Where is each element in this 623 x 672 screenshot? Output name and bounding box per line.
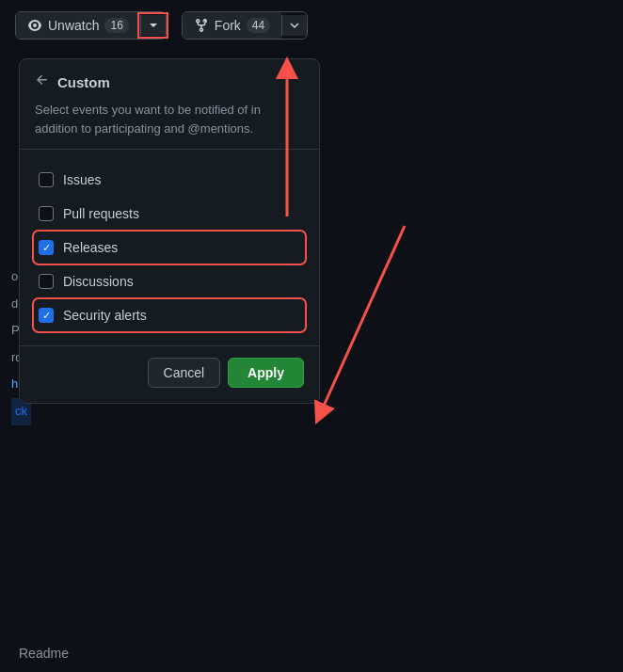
checkbox-security-alerts[interactable]: ✓ Security alerts [35,300,304,330]
readme-label: Readme [19,646,69,661]
unwatch-group: Unwatch 16 [15,11,167,40]
svg-line-1 [320,226,405,414]
panel-header: Custom [20,59,319,101]
panel-description: Select events you want to be notified of… [20,101,319,149]
checkbox-list: Issues Pull requests ✓ Releases Discussi… [20,161,319,334]
checkbox-pull-requests-input[interactable] [39,206,54,221]
chevron-down-icon [149,21,158,30]
checkbox-discussions[interactable]: Discussions [35,266,304,296]
panel-title: Custom [57,74,110,90]
checkbox-discussions-input[interactable] [39,274,54,289]
panel-divider [20,149,319,150]
unwatch-dropdown-button[interactable] [140,15,166,36]
checkbox-issues-label: Issues [63,172,101,187]
checkbox-releases-label: Releases [63,240,118,255]
apply-button[interactable]: Apply [228,358,304,388]
checkmark-security-alerts: ✓ [42,311,51,321]
panel-footer: Cancel Apply [20,345,319,392]
checkbox-security-alerts-label: Security alerts [63,308,147,323]
checkbox-security-alerts-input[interactable]: ✓ [39,308,54,323]
chevron-down-icon-fork [290,21,299,30]
custom-panel: Custom Select events you want to be noti… [19,58,320,404]
checkbox-pull-requests-label: Pull requests [63,206,139,221]
unwatch-label: Unwatch [48,18,99,33]
fork-count: 44 [247,18,270,33]
back-button[interactable] [35,72,50,91]
unwatch-count: 16 [104,18,128,33]
top-bar: Unwatch 16 Fork 44 [0,0,623,51]
eye-icon [27,18,42,33]
fork-group: Fork 44 [182,11,308,40]
fork-button[interactable]: Fork 44 [183,12,281,39]
fork-icon [194,18,209,33]
cancel-button[interactable]: Cancel [148,358,221,388]
checkbox-releases[interactable]: ✓ Releases [35,232,304,263]
arrow-left-icon [35,72,50,88]
checkbox-pull-requests[interactable]: Pull requests [35,199,304,229]
checkbox-releases-input[interactable]: ✓ [39,240,54,255]
checkbox-issues[interactable]: Issues [35,165,304,195]
fork-dropdown-button[interactable] [281,15,307,36]
fork-label: Fork [215,18,241,33]
checkmark-releases: ✓ [42,243,51,253]
unwatch-button[interactable]: Unwatch 16 [16,12,140,39]
checkbox-issues-input[interactable] [39,172,54,187]
checkbox-discussions-label: Discussions [63,274,134,289]
